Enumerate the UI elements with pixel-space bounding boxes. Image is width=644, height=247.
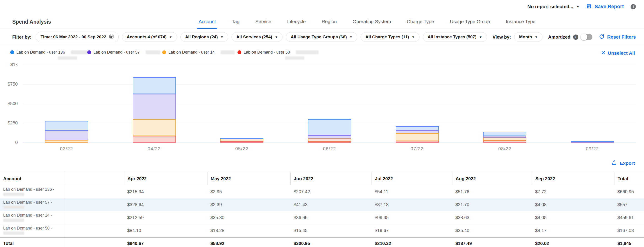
- bar-segment[interactable]: [396, 130, 439, 133]
- legend-dot-icon: [162, 50, 166, 54]
- tab-operating-system[interactable]: Operating System: [351, 19, 392, 29]
- tab-region[interactable]: Region: [320, 19, 338, 29]
- tab-tag[interactable]: Tag: [230, 19, 241, 29]
- tab-account[interactable]: Account: [197, 19, 217, 29]
- column-header-sep-2022[interactable]: Sep 2022: [532, 172, 614, 185]
- bar-segment[interactable]: [308, 119, 351, 135]
- export-button[interactable]: Export: [611, 160, 635, 166]
- redacted-text: [146, 50, 160, 54]
- info-icon[interactable]: i: [630, 4, 636, 9]
- column-header-apr-2022[interactable]: Apr 2022: [124, 172, 207, 185]
- bar-segment[interactable]: [45, 131, 88, 140]
- value-cell: $18.28: [207, 224, 290, 237]
- chevron-down-icon: ▼: [576, 5, 580, 8]
- bar-segment[interactable]: [483, 138, 526, 141]
- value-cell: $459.61: [614, 211, 644, 224]
- bar-segment[interactable]: [483, 136, 526, 138]
- refresh-icon: [599, 34, 604, 40]
- bar-segment[interactable]: [133, 77, 176, 94]
- filter-pill-accounts[interactable]: Accounts 4 (of 674)▼: [122, 32, 177, 42]
- bar-segment[interactable]: [396, 133, 439, 141]
- value-cell: $2.39: [207, 198, 290, 211]
- legend-item-4[interactable]: Lab on Demand - user 50: [238, 50, 318, 55]
- tab-usage-type-group[interactable]: Usage Type Group: [448, 19, 491, 29]
- column-header-may-2022[interactable]: May 2022: [207, 172, 290, 185]
- redacted-text: [221, 50, 235, 54]
- value-cell: $35.30: [207, 211, 290, 224]
- table-row[interactable]: Lab on Demand - user 14 -$212.59$35.30$3…: [0, 211, 644, 224]
- save-report-button[interactable]: Save Report: [586, 3, 624, 10]
- filter-bar: Filter by: Time: 06 Mar 2022 - 06 Sep 20…: [0, 29, 644, 45]
- gridline: [23, 84, 636, 84]
- column-header-jun-2022[interactable]: Jun 2022: [290, 172, 372, 185]
- bar-segment[interactable]: [483, 141, 526, 143]
- cell-spacer: [64, 198, 124, 211]
- total-value-cell: $840.67: [124, 238, 207, 247]
- amortized-toggle[interactable]: [581, 34, 592, 40]
- tab-service[interactable]: Service: [254, 19, 273, 29]
- table-row[interactable]: Lab on Demand - user 136 -$215.34$2.95$2…: [0, 185, 644, 198]
- column-header-account: Account: [0, 172, 64, 185]
- chart-legend: Unselect All Lab on Demand - user 136Lab…: [0, 45, 644, 63]
- column-spacer: [64, 172, 124, 185]
- value-cell: $54.11: [372, 185, 452, 198]
- bar-segment[interactable]: [220, 138, 263, 139]
- x-axis-tick: 08/22: [483, 146, 526, 151]
- bar-segment[interactable]: [45, 121, 88, 131]
- bar-segment[interactable]: [308, 138, 351, 141]
- account-name: Lab on Demand - user 50 -: [3, 226, 52, 231]
- legend-item-1[interactable]: Lab on Demand - user 136: [10, 50, 88, 55]
- table-row[interactable]: Lab on Demand - user 50 -$84.10$18.28$15…: [0, 224, 644, 237]
- filter-pill-instance-types[interactable]: All Instance Types (507)▼: [423, 32, 487, 42]
- report-selector[interactable]: No report selected... ▼: [528, 4, 580, 9]
- value-cell: $2.95: [207, 185, 290, 198]
- x-axis-tick: 07/22: [396, 146, 439, 151]
- value-cell: $557: [614, 198, 644, 211]
- bar-segment[interactable]: [396, 141, 439, 143]
- reset-filters-button[interactable]: Reset Filters: [599, 34, 636, 40]
- legend-item-3[interactable]: Lab on Demand - user 14: [162, 50, 235, 55]
- filter-pill-accounts-label: Accounts 4 (of 674): [127, 34, 166, 39]
- tab-instance-type[interactable]: Instance Type: [504, 19, 537, 29]
- table-header-row: AccountApr 2022May 2022Jun 2022Jul 2022A…: [0, 172, 644, 185]
- table-row[interactable]: Lab on Demand - user 57 -$328.64$2.39$41…: [0, 198, 644, 211]
- view-by-value: Month: [519, 34, 532, 39]
- value-cell: $84.10: [124, 224, 207, 237]
- bar-segment[interactable]: [308, 135, 351, 138]
- filter-pill-usage-type-groups[interactable]: All Usage Type Groups (68)▼: [286, 32, 357, 42]
- unselect-all-button[interactable]: Unselect All: [601, 50, 635, 56]
- gridline: [23, 65, 636, 65]
- x-axis-tick: 09/22: [571, 146, 614, 151]
- value-cell: $4.17: [532, 224, 614, 237]
- account-name: Lab on Demand - user 57 -: [3, 200, 52, 205]
- bar-segment[interactable]: [133, 119, 176, 136]
- total-value-cell: $137.49: [452, 238, 532, 247]
- bar-segment[interactable]: [396, 126, 439, 131]
- bar-segment[interactable]: [571, 141, 614, 142]
- amortized-info-icon[interactable]: i: [573, 34, 578, 40]
- chevron-down-icon: ▼: [479, 36, 482, 39]
- column-header-total[interactable]: Total: [614, 172, 644, 185]
- legend-item-2[interactable]: Lab on Demand - user 57: [87, 50, 160, 55]
- bar-segment[interactable]: [308, 141, 351, 143]
- title-tabs-row: Spend Analysis AccountTagServiceLifecycl…: [0, 14, 644, 29]
- bar-segment[interactable]: [133, 136, 176, 143]
- filter-pill-regions[interactable]: All Regions (24)▼: [180, 32, 228, 42]
- filter-pills: Time: 06 Mar 2022 - 06 Sep 2022Accounts …: [36, 32, 487, 42]
- column-header-aug-2022[interactable]: Aug 2022: [452, 172, 532, 185]
- bar-segment[interactable]: [45, 140, 88, 143]
- value-cell: $328.64: [124, 198, 207, 211]
- tab-charge-type[interactable]: Charge Type: [406, 19, 436, 29]
- column-header-jul-2022[interactable]: Jul 2022: [372, 172, 452, 185]
- tab-lifecycle[interactable]: Lifecycle: [286, 19, 307, 29]
- bar-segment[interactable]: [483, 132, 526, 136]
- bar-segment[interactable]: [133, 94, 176, 120]
- bar-segment[interactable]: [220, 141, 263, 143]
- filter-pill-time[interactable]: Time: 06 Mar 2022 - 06 Sep 2022: [36, 32, 118, 42]
- filter-by-label: Filter by:: [12, 34, 31, 40]
- view-by-select[interactable]: Month ▼: [514, 32, 542, 42]
- value-cell: $7.72: [532, 185, 614, 198]
- account-cell: Lab on Demand - user 50 -: [0, 224, 64, 237]
- filter-pill-charge-types[interactable]: All Charge Types (11)▼: [361, 32, 420, 42]
- filter-pill-services[interactable]: All Services (254)▼: [232, 32, 282, 42]
